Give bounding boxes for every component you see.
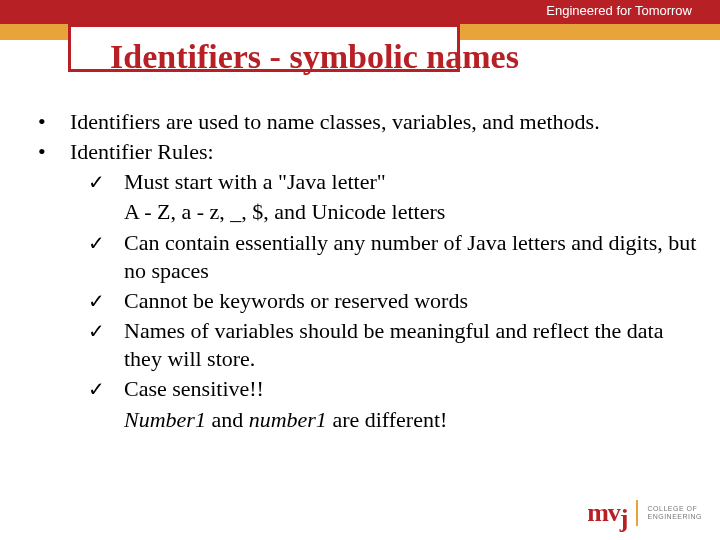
- check-icon: ✓: [88, 287, 124, 315]
- rule-item: ✓ Cannot be keywords or reserved words: [88, 287, 700, 315]
- logo-letter: j: [620, 504, 628, 533]
- bullet-item: • Identifiers are used to name classes, …: [30, 108, 700, 136]
- bullet-item: • Identifier Rules:: [30, 138, 700, 166]
- rules-list: ✓ Must start with a "Java letter" A - Z,…: [88, 168, 700, 433]
- tagline: Engineered for Tomorrow: [546, 3, 692, 18]
- rule-text: Case sensitive!!: [124, 375, 700, 403]
- logo-divider: [636, 500, 638, 526]
- footer-logo: mvj COLLEGE OF ENGINEERING: [587, 498, 702, 528]
- logo-text: COLLEGE OF ENGINEERING: [647, 505, 702, 520]
- logo-letter: m: [587, 498, 608, 527]
- rule-item: ✓ Must start with a "Java letter": [88, 168, 700, 196]
- rule-text: Must start with a "Java letter": [124, 168, 700, 196]
- rule-item: ✓ Names of variables should be meaningfu…: [88, 317, 700, 373]
- rule-item: ✓ Case sensitive!!: [88, 375, 700, 403]
- check-icon: ✓: [88, 168, 124, 196]
- rule-subtext: Number1 and number1 are different!: [124, 406, 700, 434]
- content-area: • Identifiers are used to name classes, …: [30, 108, 700, 436]
- logo-mark: mvj: [587, 498, 627, 528]
- check-icon: ✓: [88, 375, 124, 403]
- logo-line: ENGINEERING: [647, 513, 702, 520]
- logo-line: COLLEGE OF: [647, 505, 697, 512]
- logo-letter: v: [608, 498, 620, 527]
- bullet-icon: •: [30, 138, 70, 166]
- rule-text: Cannot be keywords or reserved words: [124, 287, 700, 315]
- rule-subtext: A - Z, a - z, _, $, and Unicode letters: [124, 198, 700, 226]
- rule-text: Can contain essentially any number of Ja…: [124, 229, 700, 285]
- check-icon: ✓: [88, 229, 124, 285]
- bullet-icon: •: [30, 108, 70, 136]
- text: are different!: [327, 407, 448, 432]
- text: and: [206, 407, 249, 432]
- check-icon: ✓: [88, 317, 124, 373]
- code-example: Number1: [124, 407, 206, 432]
- rule-text: Names of variables should be meaningful …: [124, 317, 700, 373]
- bullet-text: Identifier Rules:: [70, 138, 700, 166]
- slide-title: Identifiers - symbolic names: [110, 38, 519, 76]
- bullet-text: Identifiers are used to name classes, va…: [70, 108, 700, 136]
- rule-item: ✓ Can contain essentially any number of …: [88, 229, 700, 285]
- code-example: number1: [249, 407, 327, 432]
- slide: Engineered for Tomorrow Identifiers - sy…: [0, 0, 720, 540]
